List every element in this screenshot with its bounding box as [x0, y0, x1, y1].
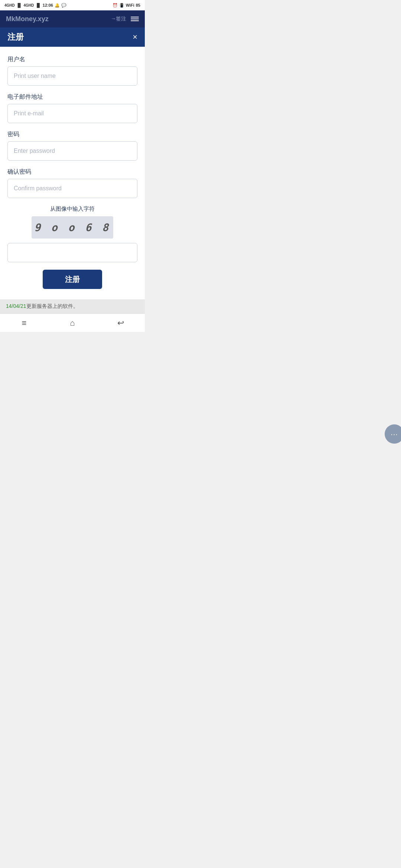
password-group: 密码 — [7, 131, 137, 161]
signin-link[interactable]: →签注 — [111, 16, 126, 22]
battery-level: 85 — [136, 3, 140, 7]
password-label: 密码 — [7, 131, 137, 138]
confirm-password-group: 确认密码 — [7, 168, 137, 198]
username-label: 用户名 — [7, 56, 137, 63]
vibrate-icon: 📳 — [119, 3, 124, 8]
home-icon: ⌂ — [70, 318, 75, 328]
wifi-icon: WiFi — [126, 3, 134, 7]
update-date: 14/04/21 — [6, 303, 26, 309]
captcha-label: 从图像中输入字符 — [7, 206, 137, 213]
site-logo: MkMoney.xyz — [6, 15, 49, 23]
update-text: 更新服务器上的软件。 — [26, 303, 78, 309]
back-icon: ↩ — [117, 318, 124, 328]
email-input[interactable] — [7, 104, 137, 123]
bell-icon: 🔔 — [55, 3, 60, 8]
email-label: 电子邮件地址 — [7, 93, 137, 101]
alarm-icon: ⏰ — [113, 3, 118, 8]
modal-header: 注册 × — [0, 27, 145, 47]
email-group: 电子邮件地址 — [7, 93, 137, 123]
wechat-icon: 💬 — [61, 3, 66, 8]
signal-icon-1: ▐▌ — [16, 3, 22, 7]
nav-bar: MkMoney.xyz →签注 — [0, 10, 145, 27]
signal-icon-2: ▐▌ — [35, 3, 41, 7]
captcha-image: 9 o o 6 8 — [32, 216, 113, 239]
nav-right: →签注 — [111, 16, 139, 22]
register-button[interactable]: 注册 — [43, 270, 102, 289]
menu-icon: ≡ — [22, 318, 27, 328]
hamburger-menu-icon[interactable] — [131, 17, 139, 21]
network2-label: 4GHD — [23, 3, 34, 7]
time-display: 12:06 — [43, 3, 53, 7]
username-input[interactable] — [7, 66, 137, 86]
modal-close-button[interactable]: × — [133, 33, 137, 41]
bottom-navigation: ≡ ⌂ ↩ — [0, 313, 145, 332]
confirm-password-input[interactable] — [7, 179, 137, 198]
captcha-section: 从图像中输入字符 9 o o 6 8 — [7, 206, 137, 262]
bottom-nav-menu[interactable]: ≡ — [0, 314, 48, 332]
modal-title: 注册 — [7, 32, 24, 43]
modal-body: 用户名 电子邮件地址 密码 确认密码 从图像中输入字符 9 o o 6 8 注册 — [0, 47, 145, 299]
status-left: 4GHD ▐▌ 4GHD ▐▌ 12:06 🔔 💬 — [4, 3, 66, 8]
confirm-password-label: 确认密码 — [7, 168, 137, 176]
password-input[interactable] — [7, 141, 137, 161]
network1-label: 4GHD — [4, 3, 15, 7]
captcha-input[interactable] — [7, 243, 137, 262]
bottom-info-bar: 14/04/21更新服务器上的软件。 — [0, 299, 145, 313]
bottom-nav-back[interactable]: ↩ — [97, 314, 145, 332]
bottom-nav-home[interactable]: ⌂ — [48, 314, 97, 332]
status-right: ⏰ 📳 WiFi 85 — [113, 3, 140, 8]
username-group: 用户名 — [7, 56, 137, 86]
status-bar: 4GHD ▐▌ 4GHD ▐▌ 12:06 🔔 💬 ⏰ 📳 WiFi 85 — [0, 0, 145, 10]
